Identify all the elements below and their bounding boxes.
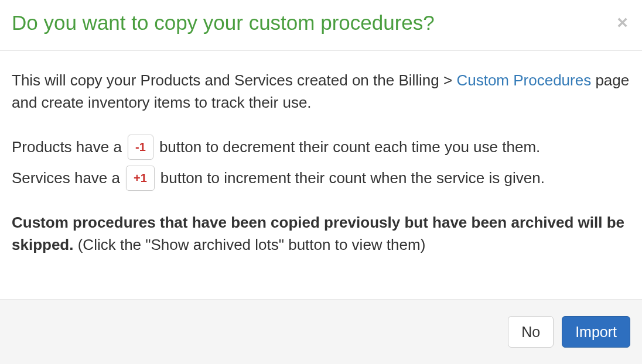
archived-note-paren: (Click the "Show archived lots" button t… (73, 236, 425, 253)
modal-title: Do you want to copy your custom procedur… (12, 11, 435, 35)
products-text-after: button to decrement their count each tim… (159, 136, 540, 159)
intro-paragraph: This will copy your Products and Service… (12, 70, 630, 114)
archived-note: Custom procedures that have been copied … (12, 212, 630, 256)
modal-dialog: Do you want to copy your custom procedur… (0, 0, 642, 364)
no-button[interactable]: No (508, 316, 554, 348)
services-line: Services have a +1 button to increment t… (12, 166, 630, 191)
modal-body: This will copy your Products and Service… (0, 51, 642, 299)
close-button[interactable]: × (614, 13, 630, 32)
decrement-chip: -1 (128, 135, 153, 160)
close-icon: × (617, 12, 628, 33)
intro-text-before: This will copy your Products and Service… (12, 71, 456, 89)
products-line: Products have a -1 button to decrement t… (12, 135, 630, 160)
custom-procedures-link[interactable]: Custom Procedures (456, 71, 591, 89)
chip-explanations: Products have a -1 button to decrement t… (12, 135, 630, 191)
services-text-after: button to increment their count when the… (160, 167, 545, 190)
modal-header: Do you want to copy your custom procedur… (0, 0, 642, 51)
services-text-before: Services have a (12, 167, 120, 190)
products-text-before: Products have a (12, 136, 122, 159)
increment-chip: +1 (126, 166, 155, 191)
import-button[interactable]: Import (562, 316, 630, 348)
modal-footer: No Import (0, 299, 642, 365)
